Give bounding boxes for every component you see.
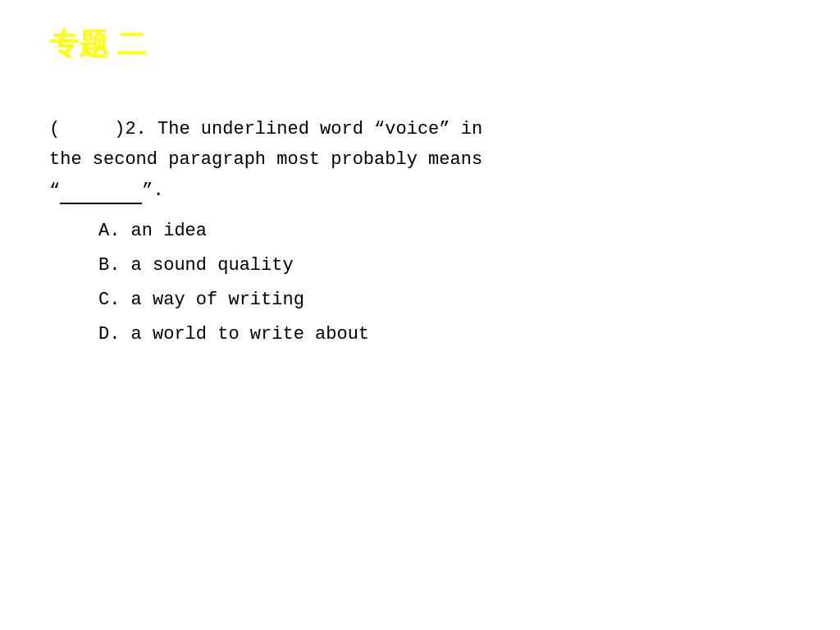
question-line2: the second paragraph most probably means: [49, 149, 482, 170]
option-b: B. a sound quality: [98, 249, 791, 283]
question-number: ( )2.: [49, 119, 147, 139]
options-list: A. an idea B. a sound quality C. a way o…: [98, 214, 791, 351]
option-c: C. a way of writing: [98, 283, 791, 317]
question-line3-post: ”.: [142, 180, 163, 201]
question-block: ( )2. The underlined word “voice” in the…: [49, 114, 791, 351]
question-line1: The underlined word “voice” in: [158, 119, 482, 139]
option-b-label: B.: [98, 255, 120, 276]
option-a-text: an idea: [131, 221, 207, 241]
option-c-label: C.: [98, 290, 120, 310]
option-b-text: a sound quality: [131, 255, 294, 276]
option-c-text: a way of writing: [131, 290, 304, 310]
option-d-label: D.: [98, 324, 120, 345]
answer-blank: [60, 203, 142, 204]
page-title: 专题 二: [49, 25, 791, 65]
option-a-label: A.: [98, 221, 120, 241]
option-d-text: a world to write about: [131, 324, 369, 345]
question-text: ( )2. The underlined word “voice” in the…: [49, 114, 791, 206]
question-line3-pre: “: [49, 180, 60, 201]
option-d: D. a world to write about: [98, 317, 791, 352]
page: 专题 二 ( )2. The underlined word “voice” i…: [0, 0, 840, 630]
option-a: A. an idea: [98, 214, 791, 249]
